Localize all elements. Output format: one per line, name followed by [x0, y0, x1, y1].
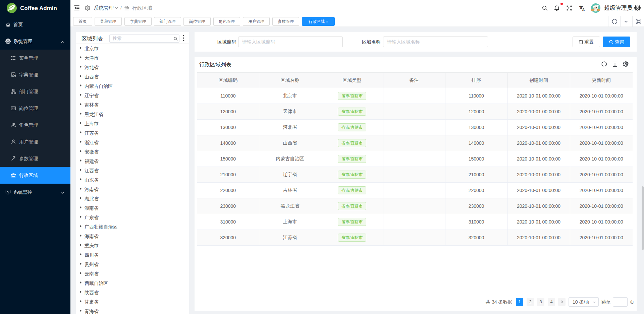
svg-text:A: A	[582, 8, 585, 12]
svg-text:A: A	[12, 107, 13, 110]
svg-text:A: A	[12, 73, 14, 76]
